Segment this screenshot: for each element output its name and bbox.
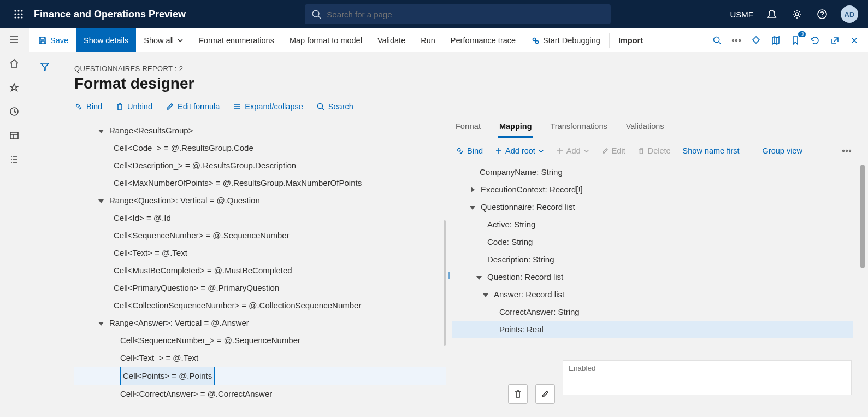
tab-format[interactable]: Format <box>454 122 482 138</box>
app-launcher-icon[interactable] <box>5 9 32 19</box>
workspaces-icon[interactable] <box>9 130 21 142</box>
edit-row-button[interactable] <box>535 384 555 404</box>
mapping-toolbar: Bind Add root Add Edit Delete Show name … <box>452 146 868 156</box>
svg-point-15 <box>536 40 539 43</box>
close-icon[interactable] <box>848 34 860 46</box>
command-bar: Save Show details Show all Format enumer… <box>0 28 868 52</box>
tree-node[interactable]: CompanyName: String <box>452 163 853 181</box>
chevron-down-icon <box>177 37 184 44</box>
show-all-button[interactable]: Show all <box>136 28 191 52</box>
tree-node[interactable]: Cell<Text> = @.Text <box>74 244 446 262</box>
tree-node[interactable]: Cell<CorrectAnswer> = @.CorrectAnswer <box>74 385 446 403</box>
settings-icon[interactable] <box>790 8 804 21</box>
edit-formula-button[interactable]: Edit formula <box>166 102 220 111</box>
performance-trace-button[interactable]: Performance trace <box>443 28 523 52</box>
unbind-button[interactable]: Unbind <box>115 102 152 111</box>
svg-point-2 <box>21 10 22 11</box>
edit-button: Edit <box>601 146 625 155</box>
user-avatar[interactable]: AD <box>841 5 858 23</box>
company-selector[interactable]: USMF <box>730 10 754 19</box>
bookmark-icon[interactable]: 0 <box>789 34 801 46</box>
recent-icon[interactable] <box>9 106 21 118</box>
svg-line-17 <box>718 42 720 44</box>
tree-node-selected[interactable]: Points: Real <box>452 321 853 338</box>
tree-node[interactable]: Code: String <box>452 233 853 251</box>
map-format-button[interactable]: Map format to model <box>282 28 370 52</box>
tree-node[interactable]: ExecutionContext: Record[!] <box>452 181 853 198</box>
enabled-expression-box[interactable]: Enabled <box>563 360 852 395</box>
show-details-button[interactable]: Show details <box>76 28 136 52</box>
tab-validations[interactable]: Validations <box>625 122 665 138</box>
tree-node[interactable]: Answer: Record list <box>452 286 853 303</box>
trash-icon <box>115 102 124 111</box>
tree-node[interactable]: Cell<Code_> = @.ResultsGroup.Code <box>74 139 446 157</box>
tree-node[interactable]: Questionnaire: Record list <box>452 198 853 216</box>
bind-button[interactable]: Bind <box>456 146 483 155</box>
refresh-icon[interactable] <box>809 34 821 46</box>
hamburger-icon[interactable] <box>9 34 21 46</box>
map-icon[interactable] <box>770 34 782 46</box>
tree-node[interactable]: Range<Question>: Vertical = @.Question <box>74 192 446 209</box>
expand-collapse-button[interactable]: Expand/collapse <box>233 102 303 111</box>
tree-node[interactable]: Cell<PrimaryQuestion> = @.PrimaryQuestio… <box>74 279 446 297</box>
svg-rect-27 <box>10 132 18 139</box>
tree-node[interactable]: Cell<MustBeCompleted> = @.MustBeComplete… <box>74 262 446 279</box>
svg-point-1 <box>17 10 19 11</box>
add-root-button[interactable]: Add root <box>495 146 544 155</box>
tree-node[interactable]: Question: Record list <box>452 268 853 286</box>
format-enumerations-button[interactable]: Format enumerations <box>191 28 282 52</box>
search-tree-button[interactable]: Search <box>316 102 353 111</box>
search-action-icon[interactable] <box>711 34 723 46</box>
tree-node[interactable]: Range<ResultsGroup> <box>74 122 446 139</box>
modules-icon[interactable] <box>9 154 21 166</box>
bind-button[interactable]: Bind <box>74 102 102 111</box>
tree-node[interactable]: Cell<CollectionSequenceNumber> = @.Colle… <box>74 297 446 314</box>
start-debugging-button[interactable]: Start Debugging <box>523 28 608 52</box>
tree-node[interactable]: Description: String <box>452 251 853 268</box>
tree-node[interactable]: Cell<SequenceNumber> = @.SequenceNumber <box>74 227 446 244</box>
tree-node[interactable]: Cell<SequenceNumber_> = @.SequenceNumber <box>74 332 446 349</box>
search-input[interactable] <box>327 10 611 19</box>
run-button[interactable]: Run <box>413 28 443 52</box>
show-name-first-button[interactable]: Show name first <box>683 146 740 155</box>
svg-point-8 <box>21 16 22 18</box>
search-icon <box>316 102 325 111</box>
svg-point-6 <box>14 16 16 18</box>
filter-icon <box>39 61 50 72</box>
more-actions-icon[interactable] <box>730 34 742 46</box>
more-icon[interactable] <box>842 146 868 156</box>
tree-node[interactable]: Range<Answer>: Vertical = @.Answer <box>74 314 446 332</box>
tree-node[interactable]: Cell<Description_> = @.ResultsGroup.Desc… <box>74 157 446 174</box>
debug-icon <box>531 36 540 45</box>
tab-transformations[interactable]: Transformations <box>550 122 609 138</box>
favorites-icon[interactable] <box>9 82 21 94</box>
group-view-button[interactable]: Group view <box>763 146 802 155</box>
help-icon[interactable] <box>816 8 829 21</box>
validate-button[interactable]: Validate <box>370 28 413 52</box>
scrollbar[interactable] <box>444 220 446 346</box>
tab-mapping[interactable]: Mapping <box>498 122 533 138</box>
attach-icon[interactable] <box>750 34 762 46</box>
svg-point-9 <box>313 10 320 17</box>
mapping-tree: CompanyName: String ExecutionContext: Re… <box>452 163 868 338</box>
scrollbar[interactable] <box>860 165 865 268</box>
notifications-icon[interactable] <box>765 8 778 21</box>
home-icon[interactable] <box>9 58 21 70</box>
tree-node[interactable]: CorrectAnswer: String <box>452 303 853 321</box>
splitter-handle[interactable]: ‖ <box>446 122 452 417</box>
filter-pane-toggle[interactable] <box>29 52 60 417</box>
tree-node[interactable]: Active: String <box>452 216 853 233</box>
tree-node-selected[interactable]: Cell<Points> = @.Points <box>74 367 446 385</box>
delete-button: Delete <box>637 146 671 155</box>
link-icon <box>456 146 464 155</box>
import-button[interactable]: Import <box>611 28 651 52</box>
global-search[interactable] <box>305 4 611 24</box>
save-button[interactable]: Save <box>31 28 76 52</box>
tree-node[interactable]: Cell<Text_> = @.Text <box>74 349 446 367</box>
trash-icon <box>637 147 645 155</box>
tree-node[interactable]: Cell<MaxNumberOfPoints> = @.ResultsGroup… <box>74 174 446 192</box>
delete-row-button[interactable] <box>508 384 528 404</box>
tree-node[interactable]: Cell<Id> = @.Id <box>74 209 446 227</box>
popout-icon[interactable] <box>829 34 841 46</box>
svg-point-11 <box>795 13 799 16</box>
